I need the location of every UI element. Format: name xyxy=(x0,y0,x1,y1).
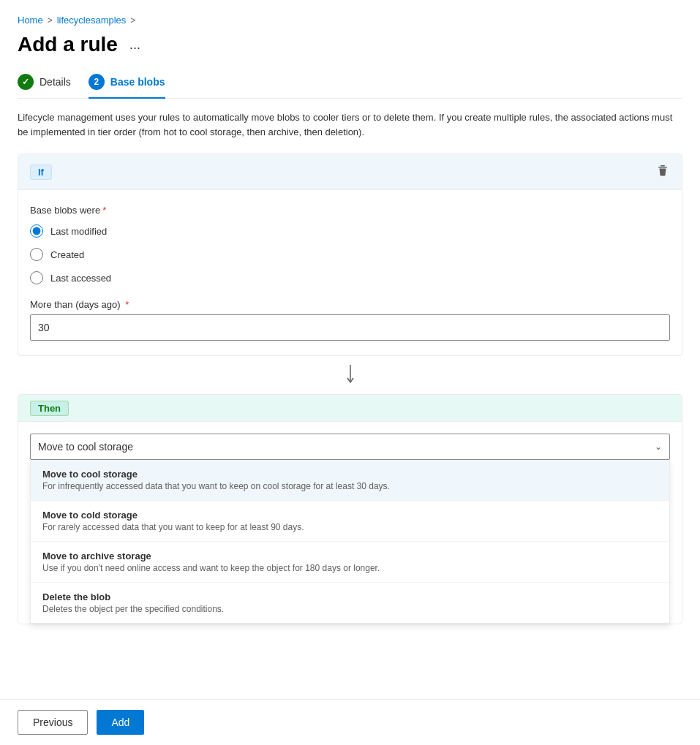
page-title: Add a rule xyxy=(18,33,118,56)
then-card-header: Then xyxy=(18,395,682,422)
breadcrumb-home[interactable]: Home xyxy=(18,15,43,26)
radio-group: Last modified Created Last accessed xyxy=(30,224,670,284)
dropdown-option-cold[interactable]: Move to cold storage For rarely accessed… xyxy=(31,501,669,542)
breadcrumb-sep-1: > xyxy=(48,15,53,26)
svg-rect-1 xyxy=(658,167,667,168)
option-archive-title: Move to archive storage xyxy=(42,551,658,561)
if-tag: If xyxy=(30,164,52,180)
description-text: Lifecycle management uses your rules to … xyxy=(18,110,682,139)
dropdown-option-archive[interactable]: Move to archive storage Use if you don't… xyxy=(31,542,669,583)
tab-base-blobs-label: Base blobs xyxy=(110,76,165,88)
option-cool-title: Move to cool storage xyxy=(42,469,658,480)
radio-last-modified[interactable]: Last modified xyxy=(30,224,670,238)
option-archive-desc: Use if you don't need online access and … xyxy=(42,563,658,573)
radio-created-input[interactable] xyxy=(30,248,43,261)
arrow-connector xyxy=(18,356,682,394)
tab-details-badge: ✓ xyxy=(18,74,34,90)
breadcrumb-sep-2: > xyxy=(130,15,135,26)
add-button[interactable]: Add xyxy=(97,710,144,735)
if-card: If Base blobs were* Last modified Create… xyxy=(18,154,682,356)
option-cold-desc: For rarely accessed data that you want t… xyxy=(42,522,658,532)
days-required: * xyxy=(123,299,129,310)
if-delete-button[interactable] xyxy=(655,163,670,181)
radio-last-modified-label: Last modified xyxy=(50,226,107,237)
then-tag: Then xyxy=(30,401,69,416)
tab-details-label: Details xyxy=(39,76,71,88)
radio-last-accessed[interactable]: Last accessed xyxy=(30,271,670,284)
radio-created[interactable]: Created xyxy=(30,248,670,261)
dropdown-menu: Move to cool storage For infrequently ac… xyxy=(30,460,670,624)
required-marker: * xyxy=(102,205,106,216)
more-options-button[interactable]: ... xyxy=(125,36,145,54)
tab-details[interactable]: ✓ Details xyxy=(18,74,71,99)
previous-button[interactable]: Previous xyxy=(18,710,88,735)
base-blobs-label: Base blobs were* xyxy=(30,205,670,216)
action-dropdown-wrapper: Move to cool storage ⌄ xyxy=(30,434,670,460)
radio-last-accessed-label: Last accessed xyxy=(50,273,111,284)
radio-created-label: Created xyxy=(50,249,84,260)
svg-rect-0 xyxy=(661,165,665,167)
if-card-body: Base blobs were* Last modified Created L… xyxy=(18,190,682,355)
if-card-header: If xyxy=(18,154,682,190)
days-input[interactable] xyxy=(30,314,670,341)
tabs-container: ✓ Details 2 Base blobs xyxy=(18,74,682,99)
option-cool-desc: For infrequently accessed data that you … xyxy=(42,481,658,491)
days-label: More than (days ago) * xyxy=(30,299,670,310)
tab-base-blobs-badge: 2 xyxy=(89,74,105,90)
chevron-down-icon: ⌄ xyxy=(655,442,662,452)
dropdown-option-delete[interactable]: Delete the blob Deletes the object per t… xyxy=(31,583,669,623)
option-cold-title: Move to cold storage xyxy=(42,510,658,521)
option-delete-title: Delete the blob xyxy=(42,591,658,602)
dropdown-option-cool[interactable]: Move to cool storage For infrequently ac… xyxy=(31,460,669,501)
then-card: Then Move to cool storage ⌄ Move to cool… xyxy=(18,394,682,624)
option-delete-desc: Deletes the object per the specified con… xyxy=(42,604,658,614)
action-dropdown[interactable]: Move to cool storage ⌄ xyxy=(30,434,670,460)
tab-base-blobs[interactable]: 2 Base blobs xyxy=(89,74,165,99)
page-title-row: Add a rule ... xyxy=(18,33,682,56)
then-card-body: Move to cool storage ⌄ Move to cool stor… xyxy=(18,422,682,624)
radio-last-accessed-input[interactable] xyxy=(30,271,43,284)
dropdown-selected-label: Move to cool storage xyxy=(38,441,133,453)
radio-last-modified-input[interactable] xyxy=(30,224,43,238)
breadcrumb-section[interactable]: lifecyclesamples xyxy=(57,15,127,26)
breadcrumb: Home > lifecyclesamples > xyxy=(18,15,682,26)
footer: Previous Add xyxy=(0,699,700,745)
